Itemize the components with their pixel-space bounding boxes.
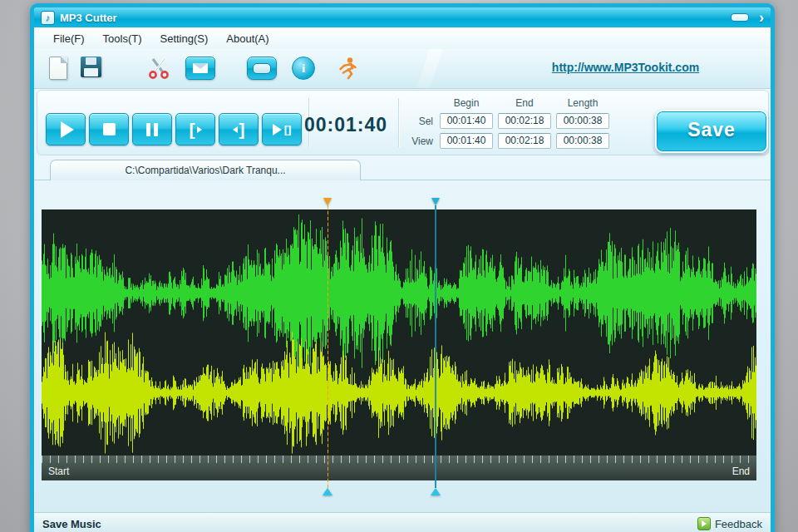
end-marker[interactable] — [430, 198, 441, 495]
timeline-end-label: End — [732, 466, 750, 477]
close-icon[interactable]: › — [759, 11, 764, 24]
email-button[interactable] — [185, 57, 215, 80]
end-marker-bottom-handle-icon[interactable] — [431, 488, 441, 495]
sel-end-field[interactable]: 00:02:18 — [498, 113, 551, 129]
end-marker-line — [435, 205, 436, 488]
cut-button[interactable] — [147, 57, 170, 80]
view-row-label: View — [403, 135, 435, 147]
website-link[interactable]: http://www.MP3Tookit.com — [495, 61, 756, 74]
menu-item-file[interactable]: File(F) — [44, 30, 94, 47]
app-icon: ♪ — [41, 11, 55, 25]
sel-row-label: Sel — [403, 116, 435, 127]
timeline-start-label: Start — [48, 466, 69, 477]
feedback-button[interactable]: Feedback — [697, 517, 762, 530]
feedback-icon — [697, 517, 711, 530]
stop-icon — [103, 123, 116, 135]
menu-item-about[interactable]: About(A) — [217, 30, 278, 47]
begin-marker-handle-icon[interactable] — [323, 198, 332, 205]
sel-begin-field[interactable]: 00:01:40 — [440, 113, 493, 129]
status-text: Save Music — [42, 518, 101, 530]
recorder-button[interactable] — [247, 57, 277, 80]
running-man-icon — [337, 57, 359, 80]
feedback-label: Feedback — [715, 518, 762, 530]
waveform-canvas[interactable] — [42, 209, 756, 456]
set-end-icon: ] — [233, 121, 245, 138]
time-display: 00:01:40 — [300, 114, 392, 136]
tab-row: C:\Compartida\Varios\Dark Tranqu... — [34, 157, 771, 180]
menu-bar: File(F) Tools(T) Setting(S) About(A) — [34, 27, 771, 50]
begin-marker-bottom-handle-icon[interactable] — [323, 488, 332, 495]
play-button[interactable] — [46, 113, 86, 145]
set-begin-icon: [ — [190, 121, 202, 138]
set-end-button[interactable]: ] — [219, 113, 259, 145]
title-bar: ♪ MP3 Cutter › — [34, 7, 771, 27]
end-marker-handle-icon[interactable] — [431, 198, 440, 205]
scissors-icon — [147, 57, 170, 80]
stop-button[interactable] — [89, 113, 129, 145]
header-begin: Begin — [440, 97, 493, 109]
selection-panel: Begin End Length Sel 00:01:40 00:02:18 0… — [403, 97, 609, 149]
waveform-display[interactable] — [42, 209, 756, 456]
floppy-disk-icon — [81, 57, 101, 77]
new-file-icon — [49, 57, 67, 80]
begin-marker[interactable] — [322, 198, 333, 495]
window-controls: › — [731, 11, 764, 24]
pause-button[interactable] — [132, 113, 172, 145]
sel-length-field[interactable]: 00:00:38 — [556, 113, 609, 129]
timeline-ruler: Start End — [42, 456, 756, 480]
recorder-icon — [253, 63, 271, 74]
envelope-icon — [193, 63, 208, 73]
app-window: ♪ MP3 Cutter › File(F) Tools(T) Setting(… — [30, 3, 775, 532]
control-row: [ ] [] 00:01:40 Begin End Length Sel 00:… — [34, 88, 771, 157]
play-icon — [61, 121, 74, 138]
window-content: ♪ MP3 Cutter › File(F) Tools(T) Setting(… — [34, 7, 771, 532]
minimize-icon[interactable] — [731, 13, 749, 22]
menu-item-setting[interactable]: Setting(S) — [151, 30, 218, 47]
view-begin-field[interactable]: 00:01:40 — [440, 133, 493, 149]
save-file-button[interactable] — [81, 57, 101, 77]
exit-button[interactable] — [337, 57, 359, 80]
header-end: End — [498, 97, 551, 109]
header-length: Length — [556, 97, 609, 109]
toolbar-divider — [416, 49, 442, 88]
info-icon: i — [302, 62, 305, 76]
set-begin-button[interactable]: [ — [175, 113, 215, 145]
save-button[interactable]: Save — [655, 110, 768, 153]
view-length-field[interactable]: 00:00:38 — [556, 133, 609, 149]
toolbar: i http://www.MP3Tookit.com — [34, 49, 771, 89]
file-tab[interactable]: C:\Compartida\Varios\Dark Tranqu... — [50, 160, 361, 180]
play-selection-icon: [] — [273, 123, 292, 135]
pause-icon — [146, 123, 158, 136]
menu-item-tools[interactable]: Tools(T) — [94, 30, 151, 47]
view-end-field[interactable]: 00:02:18 — [498, 133, 551, 149]
new-file-button[interactable] — [49, 57, 67, 80]
info-button[interactable]: i — [292, 57, 315, 80]
window-title: MP3 Cutter — [60, 12, 117, 24]
begin-marker-line — [328, 205, 328, 488]
separator — [398, 98, 399, 147]
status-bar: Save Music Feedback — [34, 512, 771, 532]
play-selection-button[interactable]: [] — [262, 113, 302, 145]
